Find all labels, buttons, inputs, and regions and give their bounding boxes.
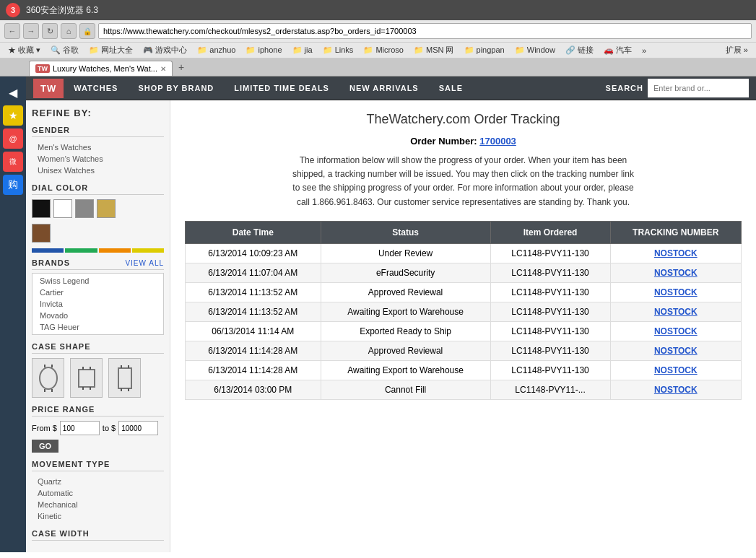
price-to-input[interactable] <box>118 421 158 435</box>
extensions-button[interactable]: 扩展 » <box>722 44 752 56</box>
price-from-input[interactable] <box>60 421 100 435</box>
bookmark-jia[interactable]: 📁 jia <box>289 45 316 56</box>
brand-cartier[interactable]: Cartier <box>34 287 162 298</box>
brands-list[interactable]: Swiss Legend Cartier Invicta Movado TAG … <box>32 273 164 335</box>
back-button[interactable]: ← <box>4 23 20 39</box>
nav-new-arrivals[interactable]: NEW ARRIVALS <box>339 77 429 100</box>
sidebar-mail-icon[interactable]: @ <box>3 128 23 149</box>
swatch-gray[interactable] <box>75 199 94 218</box>
bookmark-favorites[interactable]: ★ 收藏 ▾ <box>4 44 44 56</box>
price-go-button[interactable]: GO <box>32 440 58 453</box>
bookmark-links[interactable]: 📁 Links <box>319 45 357 56</box>
sidebar-weibo-icon[interactable]: 微 <box>3 152 23 172</box>
movement-automatic[interactable]: Automatic <box>32 487 164 499</box>
movement-quartz[interactable]: Quartz <box>32 476 164 487</box>
active-tab[interactable]: TW Luxury Watches, Men's Wat... ✕ <box>29 61 173 76</box>
bookmark-more[interactable]: » <box>638 45 650 56</box>
sidebar-star-icon[interactable]: ★ <box>3 105 23 126</box>
svg-point-0 <box>40 367 57 389</box>
nav-sale[interactable]: SALE <box>429 77 473 100</box>
nostock-link[interactable]: NOSTOCK <box>654 287 698 297</box>
cell-tracking[interactable]: NOSTOCK <box>610 243 741 263</box>
nav-shop-by-brand[interactable]: SHOP BY BRAND <box>128 77 224 100</box>
nostock-link[interactable]: NOSTOCK <box>654 385 698 395</box>
swatch-black[interactable] <box>32 199 51 218</box>
bookmark-google[interactable]: 🔍 谷歌 <box>47 44 82 56</box>
filter-mens[interactable]: Men's Watches <box>32 141 164 153</box>
case-shape-round[interactable] <box>32 358 64 398</box>
cell-status: Awaiting Export to Warehouse <box>321 302 490 321</box>
nav-watches[interactable]: WATCHES <box>64 77 128 100</box>
bookmark-chain[interactable]: 🔗 链接 <box>562 44 597 56</box>
nostock-link[interactable]: NOSTOCK <box>654 307 698 317</box>
movement-kinetic[interactable]: Kinetic <box>32 510 164 522</box>
brand-invicta[interactable]: Invicta <box>34 298 162 310</box>
cell-tracking[interactable]: NOSTOCK <box>610 321 741 341</box>
cell-tracking[interactable]: NOSTOCK <box>610 380 741 399</box>
bookmark-anzhuo[interactable]: 📁 anzhuo <box>194 45 239 56</box>
brand-swiss-legend[interactable]: Swiss Legend <box>34 275 162 287</box>
view-all-brands[interactable]: view all <box>125 259 164 267</box>
case-shape-rectangular[interactable] <box>108 358 141 398</box>
order-number-value[interactable]: 1700003 <box>479 136 516 147</box>
movement-mechanical[interactable]: Mechanical <box>32 499 164 510</box>
bookmark-iphone[interactable]: 📁 iphone <box>242 45 285 56</box>
nav-limited-time[interactable]: LIMITED TIME DEALS <box>224 77 339 100</box>
cell-tracking[interactable]: NOSTOCK <box>610 341 741 360</box>
cell-status: eFraudSecurity <box>321 263 490 282</box>
nostock-link[interactable]: NOSTOCK <box>654 365 698 375</box>
nostock-link[interactable]: NOSTOCK <box>654 346 698 356</box>
col-tracking: TRACKING NUMBER <box>610 221 741 243</box>
site-nav: TW WATCHES SHOP BY BRAND LIMITED TIME DE… <box>26 77 756 100</box>
new-tab-button[interactable]: + <box>173 58 190 76</box>
tab-close-button[interactable]: ✕ <box>160 65 166 73</box>
from-label: From $ <box>32 424 57 432</box>
sidebar-social-icon[interactable]: 购 <box>3 175 23 195</box>
refine-sidebar: REFINE BY: GENDER Men's Watches Women's … <box>26 100 170 552</box>
cell-status: Approved Reviewal <box>321 282 490 302</box>
svg-rect-10 <box>118 368 131 388</box>
nostock-link[interactable]: NOSTOCK <box>654 326 698 336</box>
search-input-nav[interactable] <box>648 79 749 97</box>
price-range-header: PRICE RANGE <box>32 405 164 417</box>
filter-unisex[interactable]: Unisex Watches <box>32 165 164 176</box>
swatch-gold[interactable] <box>97 199 116 218</box>
cell-tracking[interactable]: NOSTOCK <box>610 282 741 302</box>
cell-item: LC1148-PVY11-130 <box>490 282 610 302</box>
svg-rect-5 <box>79 370 95 387</box>
swatch-white[interactable] <box>53 199 72 218</box>
bookmark-urls[interactable]: 📁 网址大全 <box>85 44 136 56</box>
bookmark-window[interactable]: 📁 Window <box>511 45 559 56</box>
cell-date: 6/13/2014 11:13:52 AM <box>186 302 321 321</box>
bookmark-msn[interactable]: 📁 MSN 网 <box>410 44 458 56</box>
tab-label: Luxury Watches, Men's Wat... <box>53 64 157 73</box>
brand-movado[interactable]: Movado <box>34 310 162 321</box>
address-bar[interactable] <box>98 23 752 39</box>
sidebar-back-icon[interactable]: ◀ <box>3 82 23 103</box>
bookmark-games[interactable]: 🎮 游戏中心 <box>139 44 191 56</box>
movement-list: Quartz Automatic Mechanical Kinetic <box>32 476 164 522</box>
forward-button[interactable]: → <box>23 23 39 39</box>
refresh-button[interactable]: ↻ <box>42 23 58 39</box>
dial-color-header: DIAL COLOR <box>32 183 164 195</box>
bookmark-pingpan[interactable]: 📁 pingpan <box>461 45 508 56</box>
case-shape-square[interactable] <box>70 358 103 398</box>
order-number-label: Order Number: <box>410 136 477 147</box>
brand-tag-heuer[interactable]: TAG Heuer <box>34 321 162 333</box>
home-button[interactable]: ⌂ <box>61 23 77 39</box>
bookmark-car[interactable]: 🚗 汽车 <box>600 44 635 56</box>
cell-status: Awaiting Export to Warehouse <box>321 360 490 380</box>
cell-item: LC1148-PVY11-... <box>490 380 610 399</box>
cell-tracking[interactable]: NOSTOCK <box>610 263 741 282</box>
browser-body: ◀ ★ @ 微 购 TW WATCHES SHOP BY BRAND LIMIT… <box>0 77 756 552</box>
bookmark-microso[interactable]: 📁 Microso <box>360 45 407 56</box>
cell-tracking[interactable]: NOSTOCK <box>610 360 741 380</box>
swatch-brown[interactable] <box>32 224 51 243</box>
nostock-link[interactable]: NOSTOCK <box>654 268 698 278</box>
nostock-link[interactable]: NOSTOCK <box>654 248 698 258</box>
cell-date: 06/13/2014 11:14 AM <box>186 321 321 341</box>
cell-status: Under Review <box>321 243 490 263</box>
filter-womens[interactable]: Women's Watches <box>32 153 164 165</box>
cell-tracking[interactable]: NOSTOCK <box>610 302 741 321</box>
col-status: Status <box>321 221 490 243</box>
